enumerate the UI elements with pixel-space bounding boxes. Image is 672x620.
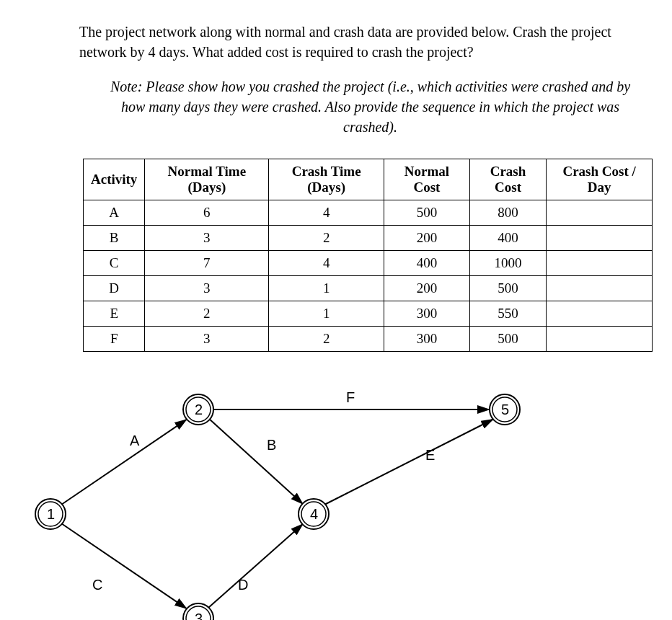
- cell-normal-cost: 300: [384, 327, 470, 352]
- node-1-label: 1: [47, 506, 55, 522]
- cell-normal-time: 3: [145, 276, 269, 301]
- table-row: C 7 4 400 1000: [84, 251, 653, 276]
- cell-activity: F: [84, 327, 145, 352]
- cell-crash-time: 4: [269, 200, 384, 226]
- cell-activity: E: [84, 301, 145, 327]
- table-row: B 3 2 200 400: [84, 226, 653, 251]
- edge-label-E: E: [425, 447, 435, 463]
- cell-normal-cost: 400: [384, 251, 470, 276]
- header-activity: Activity: [84, 159, 145, 200]
- cell-crash-cost: 550: [469, 301, 546, 327]
- cell-crash-cost: 500: [469, 276, 546, 301]
- question-text: The project network along with normal an…: [79, 22, 643, 62]
- cell-crash-time: 4: [269, 251, 384, 276]
- header-normal-cost: Normal Cost: [384, 159, 470, 200]
- edge-label-C: C: [92, 577, 102, 593]
- cell-activity: D: [84, 276, 145, 301]
- cell-normal-cost: 500: [384, 200, 470, 226]
- note-text: Note: Please show how you crashed the pr…: [97, 76, 643, 137]
- cell-activity: C: [84, 251, 145, 276]
- table-row: A 6 4 500 800: [84, 200, 653, 226]
- cell-normal-time: 7: [145, 251, 269, 276]
- cell-normal-time: 6: [145, 200, 269, 226]
- cell-crash-time: 2: [269, 327, 384, 352]
- cell-normal-cost: 200: [384, 226, 470, 251]
- edge-B: [208, 418, 304, 505]
- edge-C: [61, 523, 187, 609]
- cell-normal-time: 2: [145, 301, 269, 327]
- header-crash-time: Crash Time (Days): [269, 159, 384, 200]
- edge-E: [324, 419, 494, 505]
- edge-label-D: D: [238, 577, 248, 593]
- data-table: Activity Normal Time (Days) Crash Time (…: [83, 159, 653, 352]
- cell-normal-cost: 300: [384, 301, 470, 327]
- table-row: D 3 1 200 500: [84, 276, 653, 301]
- header-crash-cost-day: Crash Cost / Day: [547, 159, 653, 200]
- node-2-label: 2: [195, 402, 203, 417]
- cell-normal-time: 3: [145, 226, 269, 251]
- header-normal-time: Normal Time (Days): [145, 159, 269, 200]
- edge-label-A: A: [130, 433, 140, 448]
- cell-normal-cost: 200: [384, 276, 470, 301]
- edge-label-B: B: [267, 437, 276, 453]
- cell-crash-cost-day: [547, 200, 653, 226]
- cell-crash-cost-day: [547, 251, 653, 276]
- cell-crash-cost-day: [547, 276, 653, 301]
- edge-D: [208, 523, 304, 608]
- network-diagram: A C B D F E 1 2 3 4: [29, 373, 643, 620]
- cell-crash-cost: 1000: [469, 251, 546, 276]
- node-4-label: 4: [310, 506, 318, 522]
- node-3-label: 3: [195, 611, 203, 620]
- edge-A: [61, 419, 187, 505]
- edge-label-F: F: [346, 389, 355, 405]
- cell-crash-cost: 800: [469, 200, 546, 226]
- cell-crash-time: 1: [269, 276, 384, 301]
- cell-normal-time: 3: [145, 327, 269, 352]
- node-5-label: 5: [501, 402, 509, 417]
- cell-crash-cost-day: [547, 226, 653, 251]
- cell-crash-cost-day: [547, 301, 653, 327]
- table-row: E 2 1 300 550: [84, 301, 653, 327]
- cell-crash-cost: 500: [469, 327, 546, 352]
- header-crash-cost: Crash Cost: [469, 159, 546, 200]
- cell-activity: A: [84, 200, 145, 226]
- cell-activity: B: [84, 226, 145, 251]
- diagram-svg: A C B D F E 1 2 3 4: [29, 373, 555, 620]
- cell-crash-time: 2: [269, 226, 384, 251]
- cell-crash-cost-day: [547, 327, 653, 352]
- cell-crash-time: 1: [269, 301, 384, 327]
- table-row: F 3 2 300 500: [84, 327, 653, 352]
- cell-crash-cost: 400: [469, 226, 546, 251]
